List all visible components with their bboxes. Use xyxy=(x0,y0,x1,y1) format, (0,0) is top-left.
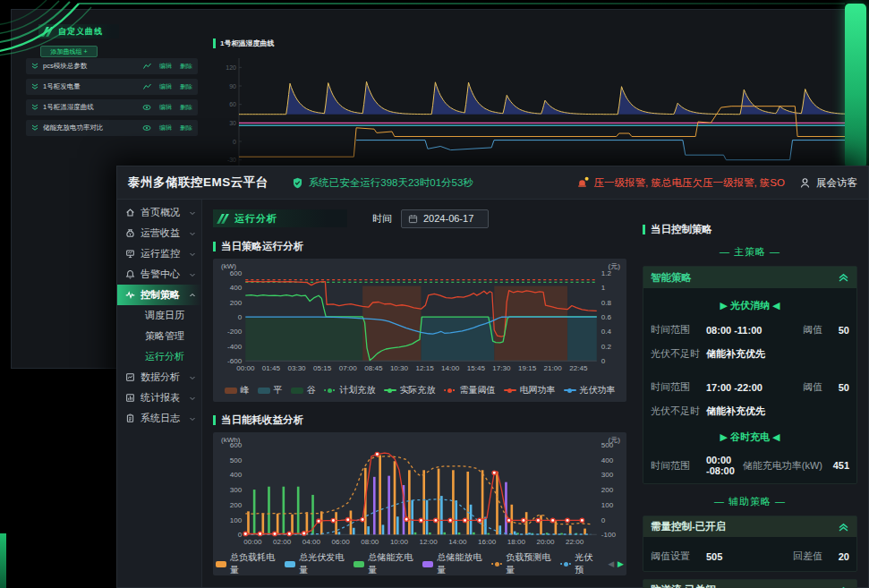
date-value: 2024-06-17 xyxy=(423,213,473,224)
sidebar-item-statistics-report[interactable]: 统计报表 xyxy=(117,388,201,408)
section-marker xyxy=(213,38,216,48)
sidebar-item-system-log[interactable]: 系统日志 xyxy=(117,408,201,429)
svg-text:00:00: 00:00 xyxy=(236,364,255,372)
sidebar-item-data-analysis[interactable]: 数据分析 xyxy=(117,367,201,388)
sidebar-item-alarm-center[interactable]: 告警中心 xyxy=(117,264,201,285)
svg-text:21:00: 21:00 xyxy=(544,364,563,372)
sidebar-nav: 首页概况 运营收益 运行监控 告警中心 控制策略 xyxy=(117,200,202,587)
sidebar-item-monitoring[interactable]: 运行监控 xyxy=(117,243,201,264)
delete-button[interactable]: 删除 xyxy=(180,62,192,71)
legend-item[interactable]: 光伏功率 xyxy=(564,384,616,396)
edit-button[interactable]: 编辑 xyxy=(159,124,172,132)
smart-strategy-header[interactable]: 智能策略 xyxy=(643,267,856,288)
section-title: 当日能耗收益分析 xyxy=(221,413,303,427)
delete-button[interactable]: 删除 xyxy=(180,124,192,132)
edit-button[interactable]: 编辑 xyxy=(159,103,172,112)
screen: 自定义曲线 添加曲线组 + pcs模块总参数 编辑 删除 1号柜发电量 编辑 删… xyxy=(0,0,869,588)
sidebar-item-home[interactable]: 首页概况 xyxy=(117,202,201,223)
svg-text:0: 0 xyxy=(601,357,606,365)
legend-item[interactable]: 总储能放电量 xyxy=(422,551,483,576)
line-chart-icon[interactable] xyxy=(143,63,151,70)
sidebar-subitem-strategy-management[interactable]: 策略管理 xyxy=(117,326,201,346)
strategy-row: 时间范围 08:00 -11:00 阈值 50 xyxy=(651,323,849,337)
legend-item[interactable]: 总储能充电量 xyxy=(354,551,414,576)
curve-list-item[interactable]: pcs模块总参数 编辑 删除 xyxy=(26,58,198,74)
app-title: 泰州多储联控EMS云平台 xyxy=(128,175,268,191)
chevron-down-icon xyxy=(189,230,196,237)
sidebar-subitem-dispatch-calendar[interactable]: 调度日历 xyxy=(117,305,201,326)
delete-button[interactable]: 删除 xyxy=(180,82,192,91)
section-marker xyxy=(213,415,216,425)
svg-text:30: 30 xyxy=(229,120,236,126)
legend-item[interactable]: 谷 xyxy=(291,384,316,396)
svg-text:07:00: 07:00 xyxy=(339,364,358,372)
eye-icon[interactable] xyxy=(142,124,151,132)
svg-text:08:00: 08:00 xyxy=(361,538,379,546)
edit-button[interactable]: 编辑 xyxy=(159,82,172,91)
sidebar-subitem-run-analysis[interactable]: 运行分析 xyxy=(117,346,201,367)
curve-list-item[interactable]: 1号柜发电量 编辑 删除 xyxy=(26,79,198,95)
strategy-row: 时间范围 17:00 -22:00 阈值 50 xyxy=(651,380,849,394)
energy-revenue-chart[interactable]: 60050040030020010005004003002001000-1000… xyxy=(216,434,624,552)
neon-right-bar xyxy=(845,4,866,168)
strategy-row: 阈值设置 505 回差值 20 xyxy=(651,550,849,563)
legend-item[interactable]: 电网功率 xyxy=(504,384,556,396)
demand-control-header[interactable]: 需量控制-已开启 xyxy=(643,516,856,537)
curve-list-item[interactable]: 1号柜温湿度曲线 编辑 删除 xyxy=(26,99,198,115)
bell-icon xyxy=(125,269,135,279)
main-strategy-group-label: — 主策略 — xyxy=(643,245,857,259)
shield-icon xyxy=(292,177,303,189)
eye-icon[interactable] xyxy=(142,104,151,111)
svg-text:400: 400 xyxy=(230,471,243,479)
double-chevron-icon xyxy=(31,83,38,90)
user-menu[interactable]: 展会访客 xyxy=(799,176,857,190)
svg-text:10:00: 10:00 xyxy=(390,538,409,546)
legend-item[interactable]: 负载预测电量 xyxy=(491,551,552,576)
legend-item[interactable]: 平 xyxy=(258,384,283,396)
anti-backflow-card: 防逆流-已关闭 阈值设置 30 回差值 10 xyxy=(643,579,857,588)
strategy-row: 光伏不足时 储能补充优先 xyxy=(651,405,849,418)
neon-bottom-left-bar xyxy=(0,533,6,588)
legend-item[interactable]: 峰 xyxy=(225,384,250,396)
legend-item[interactable]: 总负载耗电量 xyxy=(216,551,277,576)
svg-text:(kW): (kW) xyxy=(221,262,236,270)
collapse-double-chevron-icon[interactable] xyxy=(838,522,849,533)
date-picker[interactable]: 2024-06-17 xyxy=(401,209,489,228)
monitor-icon xyxy=(125,249,135,259)
legend-item[interactable]: 总光伏发电量 xyxy=(285,551,345,576)
svg-text:0: 0 xyxy=(601,516,606,524)
svg-text:16:00: 16:00 xyxy=(478,538,497,546)
strategy-run-chart[interactable]: 6004002000-200-400-6001.210.80.60.40.200… xyxy=(216,260,624,379)
alarm-text: 压一级报警, 簇总电压欠压一级报警, 簇SO xyxy=(594,176,785,190)
neon-top-line xyxy=(79,3,845,4)
smart-strategy-body: ▶ 光伏消纳 ◀ 时间范围 08:00 -11:00 阈值 50 光伏不足时 储… xyxy=(643,288,856,483)
svg-text:17:30: 17:30 xyxy=(492,364,511,372)
home-icon xyxy=(125,208,135,217)
alarm-notice[interactable]: 压一级报警, 簇总电压欠压一级报警, 簇SO xyxy=(576,176,785,190)
section-marker xyxy=(643,225,645,234)
svg-text:18:00: 18:00 xyxy=(507,538,526,546)
collapse-double-chevron-icon[interactable] xyxy=(838,585,849,588)
chevron-down-icon xyxy=(189,271,196,278)
legend-item[interactable]: 实际充放 xyxy=(384,384,436,396)
delete-button[interactable]: 删除 xyxy=(180,103,192,112)
edit-button[interactable]: 编辑 xyxy=(159,62,172,71)
back-chart-title: 1号柜温湿度曲线 xyxy=(220,38,274,48)
curve-list-item[interactable]: 储能充放电功率对比 编辑 删除 xyxy=(26,120,198,136)
svg-text:-100: -100 xyxy=(601,531,617,539)
svg-text:400: 400 xyxy=(230,284,243,292)
svg-text:200: 200 xyxy=(230,501,243,509)
anti-backflow-header[interactable]: 防逆流-已关闭 xyxy=(643,580,856,588)
collapse-double-chevron-icon[interactable] xyxy=(838,272,849,283)
control-strategy-title-row: 当日控制策略 xyxy=(643,223,857,236)
svg-text:10:30: 10:30 xyxy=(390,364,409,372)
line-chart-icon[interactable] xyxy=(143,83,151,90)
legend-next-button[interactable]: ▶ xyxy=(618,559,624,568)
legend-item[interactable]: 需量阈值 xyxy=(444,384,496,396)
sidebar-item-revenue[interactable]: 运营收益 xyxy=(117,223,201,243)
svg-text:60: 60 xyxy=(229,101,236,107)
legend-prev-button[interactable]: ◀ xyxy=(608,559,614,568)
legend-item[interactable]: 计划充放 xyxy=(324,384,376,396)
legend-item[interactable]: 光伏预 xyxy=(560,551,598,576)
sidebar-item-control-strategy[interactable]: 控制策略 xyxy=(117,285,201,305)
